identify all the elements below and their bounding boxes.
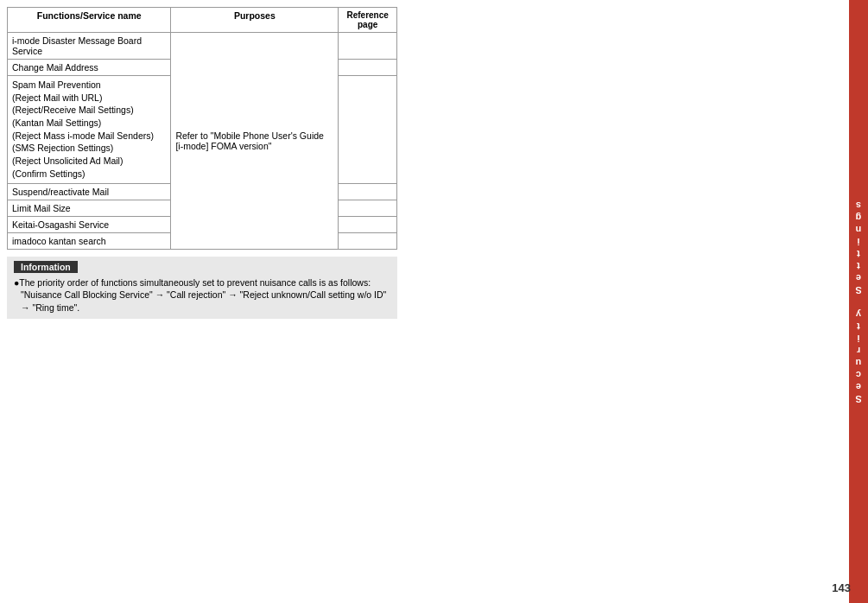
- information-header: Information: [14, 261, 390, 276]
- header-reference: Reference page: [339, 8, 397, 33]
- header-functions: Functions/Service name: [8, 8, 171, 33]
- functions-table: Functions/Service name Purposes Referenc…: [7, 7, 397, 250]
- reference-cell-5: [339, 200, 397, 216]
- sidebar-tab: Security Settings: [849, 0, 868, 603]
- information-box: Information ●The priority order of funct…: [7, 257, 397, 319]
- content-area: Functions/Service name Purposes Referenc…: [0, 0, 404, 326]
- function-cell-1: i-mode Disaster Message Board Service: [8, 33, 171, 60]
- information-text: ●The priority order of functions simulta…: [14, 276, 390, 314]
- function-cell-5: Limit Mail Size: [8, 200, 171, 216]
- reference-cell-1: [339, 33, 397, 60]
- page-number: 143: [832, 581, 851, 594]
- reference-cell-6: [339, 216, 397, 232]
- header-purposes: Purposes: [171, 8, 339, 33]
- table-row: i-mode Disaster Message Board Service Re…: [8, 33, 397, 60]
- function-cell-6: Keitai-Osagashi Service: [8, 216, 171, 232]
- sidebar-label: Security Settings: [853, 199, 864, 404]
- function-cell-7: imadoco kantan search: [8, 232, 171, 249]
- reference-cell-7: [339, 232, 397, 249]
- function-cell-3: Spam Mail Prevention (Reject Mail with U…: [8, 76, 171, 184]
- reference-cell-4: [339, 183, 397, 200]
- reference-cell-2: [339, 60, 397, 76]
- purposes-cell: Refer to "Mobile Phone User's Guide [i-m…: [171, 33, 339, 250]
- information-label: Information: [14, 261, 78, 273]
- main-table-wrapper: Functions/Service name Purposes Referenc…: [7, 7, 397, 319]
- function-cell-4: Suspend/reactivate Mail: [8, 183, 171, 200]
- reference-cell-3: [339, 76, 397, 184]
- function-cell-2: Change Mail Address: [8, 60, 171, 76]
